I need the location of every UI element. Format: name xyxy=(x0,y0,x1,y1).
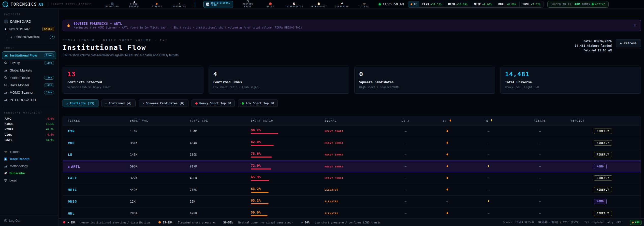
nav-item-halts[interactable]: HALTS xyxy=(263,2,278,8)
nav-item-methodology[interactable]: METHODOLOGY xyxy=(311,2,327,8)
tab-heavy-short-top-50[interactable]: Heavy Short Top 50 xyxy=(192,100,235,107)
star-icon: ★ xyxy=(10,35,12,39)
watchlist-row[interactable]: AMC-4.0% xyxy=(2,116,56,121)
tab--squeeze-candidates-0-[interactable]: ⚡ Squeeze Candidates (0) xyxy=(139,100,188,107)
sidebar-link-subscribe[interactable]: Subscribe xyxy=(2,170,56,177)
star-icon: ★ xyxy=(407,119,410,122)
bolt-icon xyxy=(632,221,634,224)
halt-icon xyxy=(269,2,272,5)
sidebar-item-insider-recon[interactable]: Insider Reconlive xyxy=(2,74,56,81)
squeeze-alert-banner: SQUEEZE FORENSICS — ARTL Navigated from … xyxy=(63,20,641,31)
nav-item-firefly[interactable]: FIREFLY xyxy=(150,2,164,8)
sidebar-link-tutorial[interactable]: Tutorial xyxy=(2,148,56,156)
sidebar-item-institutional-flow[interactable]: Institutional Flowlive xyxy=(2,51,56,59)
admin-chip[interactable]: ADM xyxy=(630,220,641,225)
session-active-label: ACTIVE xyxy=(595,3,605,6)
session-active-dot-icon xyxy=(592,3,594,5)
sidebar-link-track-record[interactable]: Track Record xyxy=(2,156,56,163)
stat-label: Squeeze Candidates xyxy=(359,80,490,84)
table-row-vor[interactable]: VOR331K404K82.0%HEAVY SHORT–––FIREFLY xyxy=(63,137,641,149)
sidebar-link-legal[interactable]: Legal xyxy=(2,177,56,184)
sidebar-item-halts-monitor[interactable]: Halts Monitorlive xyxy=(2,81,56,89)
live-badge: live xyxy=(44,76,54,80)
watchlist-row[interactable]: KORE+0.2% xyxy=(2,127,56,132)
logout-button[interactable]: Log Out xyxy=(4,219,54,222)
tab-low-short-top-50[interactable]: Low Short Top 50 xyxy=(238,100,278,107)
sidebar-item-firefly[interactable]: FireFlylive xyxy=(2,59,56,67)
sidebar-item-personal-watchlist[interactable]: ★ Personal Watchlist 7 xyxy=(7,33,56,40)
sidebar-item-dashboard[interactable]: DASHBOARD xyxy=(2,18,56,25)
banner-close-icon[interactable]: × xyxy=(633,23,637,28)
table-row-le[interactable]: LE143K189K75.6%HEAVY SHORT–––FIREFLY xyxy=(63,149,641,161)
page-subtitle: FINRA short volume cross-referenced agai… xyxy=(63,53,575,57)
tab--conflicts-13-[interactable]: ⚠ Conflicts (13) xyxy=(63,100,98,107)
sidebar-item-northstar[interactable]: ★ NORTHSTAR SMILE xyxy=(2,25,56,33)
nav-item-interrogator[interactable]: INTERROGATOR xyxy=(285,2,303,8)
sidebar-link-methodology[interactable]: Methodology xyxy=(2,163,56,170)
sidebar-item-global-markets[interactable]: Global Markets xyxy=(2,67,56,74)
ratio-bar xyxy=(251,145,274,146)
data-meta: Data: 03/26/2026 14,481 tickers loaded F… xyxy=(575,39,612,53)
app-logo[interactable]: FORENSICS.US xyxy=(0,2,43,7)
legend-footer: > 65%— Heavy institutional shorting / di… xyxy=(58,218,644,226)
ticker-strip-item[interactable]: SGML+7.32% xyxy=(520,1,544,7)
table-row-gnl[interactable]: GNL286K478K59.9%ELEVATED–––FIREFLY xyxy=(63,207,641,218)
fire-icon xyxy=(410,3,413,6)
sidebar-section-tools: TOOLS xyxy=(2,46,56,51)
rocket-icon xyxy=(4,172,7,175)
refresh-button[interactable]: ↻ Refresh xyxy=(616,39,641,47)
nav-item-institutional-flow[interactable]: INSTITUTIONAL FLOW xyxy=(203,1,233,8)
nav-item-global-markets[interactable]: GLOBAL MARKETS xyxy=(127,1,142,8)
watchlist-row[interactable]: KOSS+1.6% xyxy=(2,121,56,127)
stat-value: 13 xyxy=(67,70,199,78)
tab--confirmed-4-[interactable]: ✓ Confirmed (4) xyxy=(101,100,136,107)
ticker-strip-item[interactable]: FLYX+31.11% xyxy=(419,1,445,7)
admin-chip-label: ADM xyxy=(635,221,639,224)
table-row-metc[interactable]: METC449K710K63.2%ELEVATED–––FIREFLY xyxy=(63,184,641,196)
ticker-strip-item[interactable]: HTCO+14.09% xyxy=(445,1,471,7)
nav-item-insider-recon[interactable]: INSIDER RECON xyxy=(241,0,255,8)
nav-item-dashboard[interactable]: DASHBOARD xyxy=(105,3,120,8)
column-header: SIGNAL xyxy=(325,119,384,122)
sidebar-item-interrogator[interactable]: INTERROGATOR xyxy=(2,96,56,104)
table-row-fxn[interactable]: FXN1.4M1.4M98.2%HEAVY SHORT–––FIREFLY xyxy=(63,125,641,137)
filter-tabs: ⚠ Conflicts (13)✓ Confirmed (4)⚡ Squeeze… xyxy=(63,100,641,107)
sidebar-links: TutorialTrack RecordMethodologySubscribe… xyxy=(2,148,56,184)
table-row-artl[interactable]: ◉ARTL596K817K72.9%HEAVY SHORT––MOMO xyxy=(63,161,641,172)
nav-item-subscribe[interactable]: SUBSCRIBE xyxy=(334,2,349,8)
stat-cards: 13Conflicts DetectedScanner LONG vs heav… xyxy=(63,67,641,94)
data-source: Source: FINRA REGSHO · NASDAQ (FNSQ) + N… xyxy=(503,221,621,224)
live-badge: live xyxy=(44,53,54,57)
nav-divider xyxy=(195,2,195,7)
sidebar-section-watchlist: PERSONAL WATCHLIST xyxy=(2,110,56,116)
logout-row: Log Out xyxy=(0,216,58,226)
grad-cap-icon xyxy=(363,3,366,5)
ticker-strip-item[interactable]: METC+9.02% xyxy=(471,1,495,7)
ratio-bar xyxy=(251,192,269,193)
fire-icon xyxy=(446,153,449,156)
verdict-badge: MOMO xyxy=(594,164,607,169)
stat-sublabel: Low short ratio + LONG signal xyxy=(213,86,345,89)
scales-icon xyxy=(4,179,7,182)
nav-item-tutorial[interactable]: TUTORIAL xyxy=(357,3,372,8)
sidebar-item-label: Personal Watchlist xyxy=(14,35,40,39)
main-content: SQUEEZE FORENSICS — ARTL Navigated from … xyxy=(58,9,644,218)
column-header: SHORT RATIO xyxy=(251,119,325,122)
watchlist-row[interactable]: CDIO-4.0% xyxy=(2,132,56,137)
table-row-caly[interactable]: CALY327K496K65.9%HEAVY SHORT–––FIREFLY xyxy=(63,172,641,184)
ticker-strip-item[interactable]: BOIL+8.88% xyxy=(495,1,519,7)
live-badge: live xyxy=(44,91,54,94)
nav-item-northstar[interactable]: ★NORTHSTAR xyxy=(172,2,187,8)
fire-icon xyxy=(446,188,449,191)
fire-icon xyxy=(446,129,449,133)
ratio-bar xyxy=(251,180,269,181)
fire-icon xyxy=(446,164,449,168)
tickers-loaded: 14,481 tickers loaded xyxy=(575,44,612,48)
table-row-oneg[interactable]: ONEG12K19K63.2%ELEVATED–––MOMO xyxy=(63,196,641,207)
watchlist-row[interactable]: BATL+4.9% xyxy=(2,137,56,143)
column-header: SHORT VOL xyxy=(130,119,190,122)
sidebar-item-momo-scanner[interactable]: MOMO Scannerlive xyxy=(2,89,56,96)
memo-icon xyxy=(293,2,296,5)
no-entry-icon xyxy=(4,219,7,222)
star-icon: ★ xyxy=(4,27,7,31)
